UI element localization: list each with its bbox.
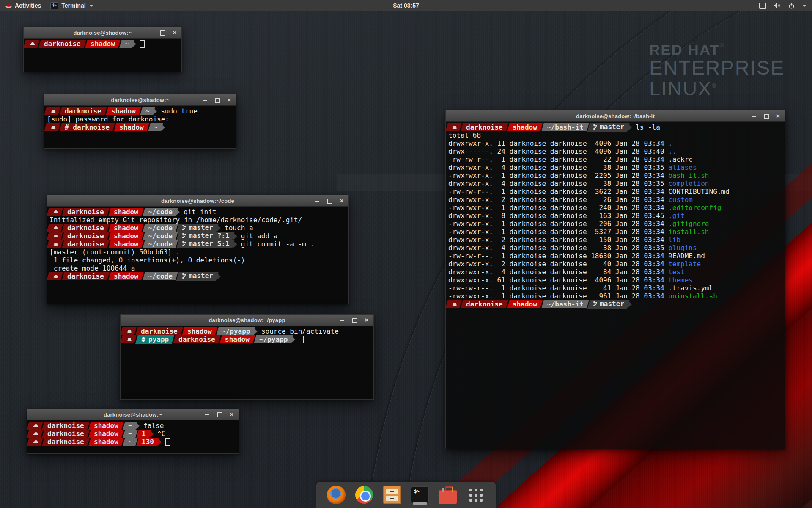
prompt-segment-path: ~ [123,430,137,438]
close-button[interactable]: × [227,97,232,102]
prompt-segment-host: shadow [85,40,120,48]
window-titlebar[interactable]: darknoise@shadow:~/pyapp × [121,315,373,326]
file-name: test [668,268,685,276]
prompt-segment-user: darknoise [42,430,89,438]
close-button[interactable]: × [229,412,234,417]
window-titlebar[interactable]: darknoise@shadow:~/code × [47,195,348,207]
maximize-button[interactable] [217,412,222,417]
files-icon[interactable] [382,485,402,505]
terminal-app-icon: $> [50,2,58,9]
terminal-screen[interactable]: darknoiseshadow~/codegit initInitialized… [47,207,348,282]
prompt-segment-user: darknoise [62,272,109,280]
prompt-segment-path: ~ [119,40,134,48]
close-button[interactable]: × [172,30,177,35]
minimize-button[interactable] [315,198,320,203]
maximize-button[interactable] [160,30,165,35]
prompt-segment-hat [47,224,63,232]
git-branch-icon [593,124,597,130]
maximize-button[interactable] [352,318,357,323]
window-titlebar[interactable]: darknoise@shadow:~/bash-it × [446,110,785,122]
window-title: darknoise@shadow:~/code [47,198,348,204]
clock-area: Sat 03:57 [0,2,812,9]
minimize-button[interactable] [205,412,210,417]
terminal-line: -rw-rw-r--. 1 darknoise darknoise 3622 J… [448,188,782,196]
window-titlebar[interactable]: darknoise@shadow:~ × [44,94,236,106]
terminal-line: Initialized empty Git repository in /hom… [49,216,346,224]
prompt-segment-git: master [176,272,219,281]
redhat-logo-icon [5,3,12,8]
terminal-screen[interactable]: darknoiseshadow~falsedarknoiseshadow~1^C… [27,420,239,447]
prompt-segment-path: ~ [140,107,155,115]
minimize-button[interactable] [202,97,207,102]
git-branch-icon [593,301,597,307]
terminal-line: [master (root-commit) 50bcb63] . [49,248,346,256]
terminal-line: -rw-rw-r--. 1 darknoise darknoise 22 Jan… [448,155,782,163]
terminal-screen[interactable]: darknoiseshadow~/pyappsource bin/activat… [121,326,373,345]
terminal-line: total 68 [448,131,782,139]
typed-command: ls -la [636,123,660,131]
prompt-segment-user: # darknoise [59,123,115,131]
typed-command: git init [184,208,216,216]
terminal-icon[interactable]: $> [410,485,430,505]
terminal-line: drwxrwxr-x. 11 darknoise darknoise 4096 … [448,139,782,147]
prompt-segment-path: ~/pyapp [216,327,255,335]
file-name: completion [668,179,709,188]
power-icon[interactable] [788,3,795,9]
terminal-screen[interactable]: darknoiseshadow~ [24,39,181,49]
activities-button[interactable]: Activities [0,0,46,11]
prompt-segment-user: darknoise [62,208,109,216]
minimize-button[interactable] [148,30,153,35]
prompt-segment-path: ~ [123,438,137,446]
terminal-line: -rw-rw-r--. 1 darknoise darknoise 41 Jan… [448,284,782,292]
prompt-segment-err: 130 [136,438,159,446]
file-name: template [668,260,701,268]
typed-command: git commit -a -m . [241,240,314,248]
window-titlebar[interactable]: darknoise@shadow:~ × [24,27,181,39]
system-tray [759,0,812,11]
prompt-segment-hat [47,272,63,280]
terminal-screen[interactable]: darknoiseshadow~sudo true[sudo] password… [44,106,236,133]
minimize-button[interactable] [751,113,756,119]
chrome-icon[interactable] [354,485,374,505]
terminal-window: darknoise@shadow:~/code × darknoiseshado… [47,195,349,304]
prompt-segment-hat [47,208,63,216]
volume-icon[interactable] [774,3,781,8]
prompt-segment-host: shadow [219,335,255,343]
prompt-segment-hat [445,300,461,308]
terminal-line: pyappdarknoiseshadow~/pyapp [123,335,371,343]
maximize-button[interactable] [214,97,219,102]
terminal-line: drwxrwxr-x. 4 darknoise darknoise 38 Jan… [448,179,782,188]
terminal-line: -rwxrwxr-x. 1 darknoise darknoise 2205 J… [448,171,782,179]
prompt-segment-host: shadow [182,327,217,335]
terminal-screen[interactable]: darknoiseshadow~/bash-itmasterls -latota… [446,122,785,309]
chevron-down-icon[interactable] [803,5,806,7]
redhat-icon [452,302,458,306]
file-name: .editorconfig [668,204,721,212]
window-titlebar[interactable]: darknoise@shadow:~ × [27,409,239,420]
file-name: CONTRIBUTING.md [668,188,730,196]
terminal-line: darknoiseshadow~1^C [30,430,236,438]
prompt-segment-hat [120,335,136,343]
close-button[interactable]: × [339,198,344,203]
terminal-line: -rwxrwxr-x. 1 darknoise darknoise 961 Ja… [448,292,782,300]
app-grid-icon[interactable] [466,485,486,505]
typed-command: false [143,422,164,430]
firefox-icon[interactable] [326,485,346,505]
terminal-line: drwxrwxr-x. 2 darknoise darknoise 150 Ja… [448,236,782,244]
maximize-button[interactable] [327,198,332,203]
app-menu-terminal[interactable]: $> Terminal [46,0,97,11]
minimize-button[interactable] [340,318,345,323]
terminal-window: darknoise@shadow:~/pyapp × darknoiseshad… [120,314,374,400]
prompt-segment-hat [27,438,43,446]
file-name: themes [668,276,693,284]
close-button[interactable]: × [364,318,369,323]
window-stack-icon[interactable] [759,3,766,9]
redhat-icon [53,210,59,214]
prompt-segment-user: darknoise [38,40,86,48]
maximize-button[interactable] [763,113,768,119]
rhel-branding: RED HAT® ENTERPRISE LINUX® [649,42,785,99]
clock-label[interactable]: Sat 03:57 [393,2,419,9]
toolbox-icon[interactable] [438,485,458,505]
file-name: plugins [668,244,697,252]
close-button[interactable]: × [776,113,781,119]
